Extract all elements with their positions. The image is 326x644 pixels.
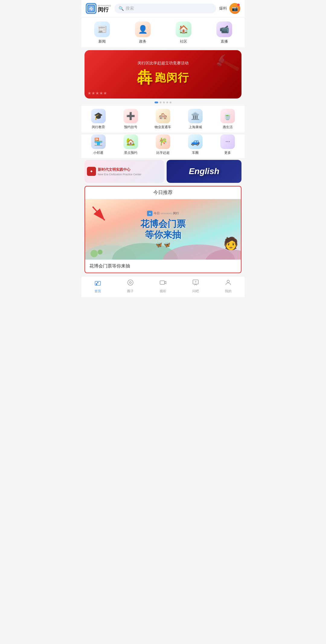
news-icon-box: 📰 (94, 21, 110, 37)
service-car[interactable]: 🚙 车圈 (181, 134, 210, 155)
bottom-nav-ask[interactable]: ? 问吧 (179, 279, 212, 293)
butterfly-decor: 🦋 🦋 (140, 241, 186, 248)
banner-subtitle: 闵行区比学赶超立功竞赛活动 (137, 60, 189, 66)
svg-rect-14 (95, 281, 101, 285)
service-grid-row1: 🎓 闵行教育 ➕ 预约挂号 🏘️ 物业直通车 🏛️ 上海康城 🍵 惠生活 (82, 106, 245, 132)
banner-dots (82, 102, 245, 103)
svg-point-18 (129, 282, 131, 283)
service-more[interactable]: ··· 更多 (213, 134, 243, 155)
svg-point-17 (128, 280, 133, 285)
civilization-text: 新时代文明实践中心 New Era Civilization Practice … (98, 167, 142, 176)
banner-dot-3[interactable] (163, 102, 165, 103)
recommend-app-logo: 今 今日 MINHANG 闵行 (140, 211, 186, 216)
service-label-kangcheng: 上海康城 (189, 125, 202, 129)
svg-point-11 (98, 250, 103, 254)
banner-dot-5[interactable] (170, 102, 171, 103)
service-label-compete: 比学赶超 (156, 150, 170, 155)
top-navigation: 📰 新闻 👤 政务 🏠 社区 📹 直播 (82, 17, 245, 47)
service-education[interactable]: 🎓 闵行教育 (83, 109, 113, 129)
civilization-subtitle: New Era Civilization Practice Center (98, 173, 142, 176)
service-label-car: 车圈 (192, 150, 199, 155)
video-nav-icon (159, 279, 167, 288)
svg-point-10 (91, 250, 98, 257)
service-neighbor[interactable]: 🏪 小邻通 (83, 134, 113, 155)
banner-dot-4[interactable] (166, 102, 168, 103)
kangcheng-icon: 🏛️ (188, 109, 203, 123)
service-label-education: 闵行教育 (92, 125, 105, 129)
service-property[interactable]: 🏘️ 物业直通车 (148, 109, 178, 129)
service-label-benefits: 惠生活 (223, 125, 233, 129)
appointment-icon: ➕ (123, 109, 138, 123)
bottom-nav-video[interactable]: 视听 (147, 279, 179, 293)
live-icon-box: 📹 (216, 21, 232, 37)
banner-title: 跑闵行 (155, 70, 189, 85)
recommend-section-title: 今日推荐 (85, 186, 241, 199)
mine-nav-label: 我的 (225, 289, 232, 293)
scenic-icon: 🏡 (123, 134, 138, 149)
nav-label-news: 新闻 (98, 39, 106, 44)
news-icon: 📰 (97, 25, 107, 34)
logo-icon: 今 (86, 3, 97, 14)
service-benefits[interactable]: 🍵 惠生活 (213, 109, 243, 129)
banner-prefix-char: 犇 (137, 67, 152, 88)
service-label-appointment: 预约挂号 (124, 125, 137, 129)
service-label-property: 物业直通车 (155, 125, 171, 129)
svg-text:今: 今 (149, 212, 151, 215)
main-banner[interactable]: 🔨 ★★★★★ 闵行区比学赶超立功竞赛活动 犇 跑闵行 (85, 50, 241, 99)
service-label-more: 更多 (224, 150, 231, 155)
baoliao-label[interactable]: 爆料 (219, 6, 227, 11)
service-appointment[interactable]: ➕ 预约挂号 (116, 109, 145, 129)
more-icon: ··· (220, 134, 235, 149)
app-logo: 今 MINHANG 闵行 (86, 3, 111, 14)
banner-dot-1[interactable] (155, 102, 158, 103)
compete-icon: 🎋 (156, 134, 170, 149)
nav-item-live[interactable]: 📹 直播 (216, 21, 232, 44)
header-icons: 爆料 (219, 3, 240, 14)
recommend-card[interactable]: 今 今日 MINHANG 闵行 花博会门票等你来抽 🦋 🦋 🧑 花博会门票等你来… (85, 199, 241, 273)
svg-marker-20 (165, 281, 166, 284)
nav-label-community: 社区 (180, 39, 187, 44)
notification-dot (237, 4, 240, 6)
search-icon: 🔍 (119, 6, 124, 11)
bottom-nav-home[interactable]: 首页 (82, 279, 114, 293)
civilization-logo-icon: ✦ (87, 167, 96, 176)
svg-line-5 (93, 207, 105, 220)
community-icon: 🏠 (179, 25, 188, 34)
mini-banner-english[interactable]: English (167, 160, 241, 183)
property-icon: 🏘️ (156, 109, 170, 123)
service-scenic[interactable]: 🏡 景点预约 (116, 134, 145, 155)
benefits-icon: 🍵 (220, 109, 235, 123)
ask-nav-icon: ? (192, 279, 199, 288)
service-compete[interactable]: 🎋 比学赶超 (148, 134, 178, 155)
bottom-nav-neighbor[interactable]: 圈子 (114, 279, 147, 293)
nav-item-news[interactable]: 📰 新闻 (94, 21, 110, 44)
gov-icon: 👤 (138, 25, 148, 34)
logo-text: MINHANG 闵行 (98, 5, 111, 12)
home-nav-label: 首页 (94, 289, 101, 293)
banner-content: 闵行区比学赶超立功竞赛活动 犇 跑闵行 (137, 60, 189, 88)
recommend-app-name: 今日 MINHANG 闵行 (154, 211, 179, 215)
neighbor-nav-icon (127, 279, 134, 288)
bottom-nav-mine[interactable]: 我的 (212, 279, 245, 293)
search-bar[interactable]: 🔍 搜索 (114, 4, 216, 13)
banner-decor-hammer: 🔨 (213, 50, 241, 78)
community-icon-box: 🏠 (176, 21, 191, 37)
nav-label-gov: 政务 (139, 39, 146, 44)
ask-nav-label: 问吧 (192, 289, 199, 293)
camera-button[interactable] (229, 3, 240, 14)
bottom-navigation: 首页 圈子 视听 ? 问吧 我的 (82, 276, 245, 297)
banner-dot-2[interactable] (160, 102, 161, 103)
red-arrow-icon (91, 205, 109, 223)
nav-item-community[interactable]: 🏠 社区 (176, 21, 191, 44)
service-kangcheng[interactable]: 🏛️ 上海康城 (181, 109, 210, 129)
svg-text:?: ? (195, 280, 197, 283)
gov-icon-box: 👤 (135, 21, 151, 37)
nav-item-gov[interactable]: 👤 政务 (135, 21, 151, 44)
recommend-description: 花博会门票等你来抽 (85, 260, 241, 273)
mini-banner-civilization[interactable]: ✦ 新时代文明实践中心 New Era Civilization Practic… (85, 160, 164, 183)
banner-decor-star: ★★★★★ (88, 91, 107, 95)
svg-point-23 (227, 280, 229, 283)
mini-banners: ✦ 新时代文明实践中心 New Era Civilization Practic… (85, 160, 241, 183)
english-banner-text: English (189, 167, 219, 176)
svg-rect-15 (96, 283, 97, 285)
